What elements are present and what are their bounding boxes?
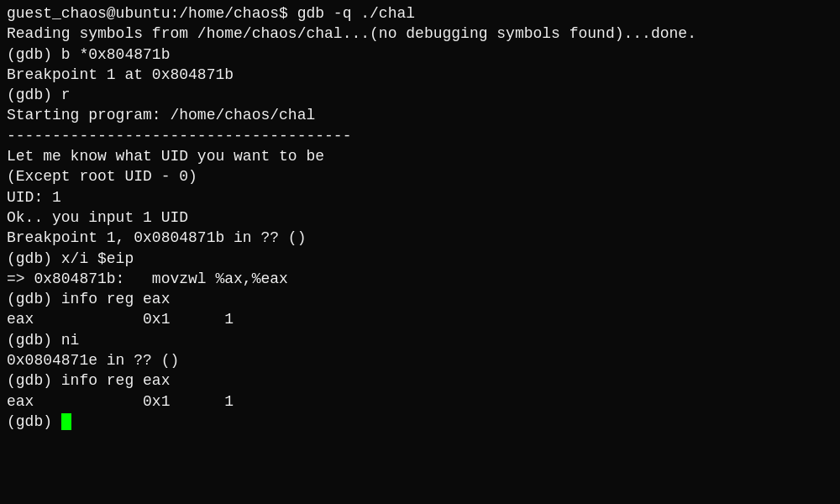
terminal-line: Breakpoint 1 at 0x804871b (7, 65, 833, 85)
terminal-line: (Except root UID - 0) (7, 166, 833, 186)
terminal-line: (gdb) b *0x804871b (7, 45, 833, 65)
terminal-line: (gdb) ni (7, 330, 833, 350)
terminal-line: (gdb) r (7, 85, 833, 105)
terminal-line: eax 0x1 1 (7, 309, 833, 329)
terminal-line: 0x0804871e in ?? () (7, 350, 833, 370)
terminal-line: (gdb) x/i $eip (7, 249, 833, 269)
terminal-line: guest_chaos@ubuntu:/home/chaos$ gdb -q .… (7, 3, 833, 24)
prompt-text: (gdb) (7, 412, 61, 432)
terminal-line: (gdb) info reg eax (7, 370, 833, 391)
terminal-line: Reading symbols from /home/chaos/chal...… (7, 24, 833, 44)
terminal-line: UID: 1 (7, 187, 833, 207)
terminal-line: => 0x804871b: movzwl %ax,%eax (7, 269, 833, 289)
terminal-line: Ok.. you input 1 UID (7, 207, 833, 228)
terminal-line: (gdb) (7, 412, 833, 432)
terminal-line: Breakpoint 1, 0x0804871b in ?? () (7, 228, 833, 248)
terminal-line: -------------------------------------- (7, 126, 833, 146)
terminal-cursor (61, 413, 71, 430)
terminal-line: eax 0x1 1 (7, 391, 833, 412)
terminal: guest_chaos@ubuntu:/home/chaos$ gdb -q .… (0, 0, 840, 504)
terminal-line: Let me know what UID you want to be (7, 146, 833, 166)
terminal-line: (gdb) info reg eax (7, 289, 833, 309)
terminal-line: Starting program: /home/chaos/chal (7, 105, 833, 125)
